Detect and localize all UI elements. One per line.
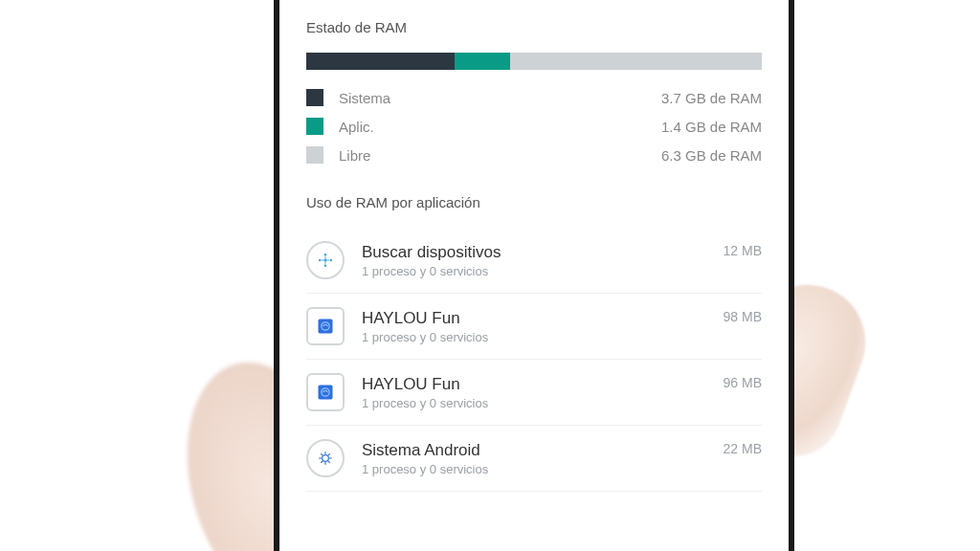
svg-rect-9	[319, 320, 333, 334]
app-name: HAYLOU Fun	[362, 375, 724, 394]
app-sub: 1 proceso y 0 servicios	[362, 396, 724, 410]
legend-value-system: 3.7 GB de RAM	[661, 90, 762, 106]
svg-rect-11	[319, 386, 333, 400]
app-size: 12 MB	[724, 241, 762, 258]
legend-swatch-apps	[306, 118, 323, 135]
app-sub: 1 proceso y 0 servicios	[362, 330, 724, 344]
svg-point-3	[319, 259, 322, 262]
app-row-android-system[interactable]: Sistema Android 1 proceso y 0 servicios …	[306, 426, 762, 492]
ram-bar-segment-apps	[455, 53, 511, 70]
android-system-icon	[306, 439, 345, 477]
phone-frame: Estado de RAM Sistema 3.7 GB de RAM Apli…	[274, 0, 794, 551]
svg-line-19	[328, 461, 330, 463]
app-row-find-devices[interactable]: Buscar dispositivos 1 proceso y 0 servic…	[306, 228, 762, 294]
app-info: HAYLOU Fun 1 proceso y 0 servicios	[362, 375, 724, 410]
app-usage-title: Uso de RAM por aplicación	[306, 194, 762, 210]
svg-point-1	[324, 253, 327, 256]
legend-label-system: Sistema	[339, 90, 661, 106]
haylou-icon	[306, 307, 345, 345]
haylou-icon	[306, 373, 345, 411]
legend-swatch-system	[306, 89, 323, 106]
legend-label-apps: Aplic.	[339, 119, 661, 135]
svg-point-13	[323, 455, 329, 462]
svg-line-20	[321, 461, 323, 463]
legend-row-free: Libre 6.3 GB de RAM	[306, 146, 762, 164]
app-sub: 1 proceso y 0 servicios	[362, 462, 724, 476]
app-row-haylou-2[interactable]: HAYLOU Fun 1 proceso y 0 servicios 96 MB	[306, 360, 762, 426]
legend-value-free: 6.3 GB de RAM	[661, 147, 762, 164]
app-info: HAYLOU Fun 1 proceso y 0 servicios	[362, 309, 724, 344]
app-size: 96 MB	[724, 373, 762, 390]
screen-content: Estado de RAM Sistema 3.7 GB de RAM Apli…	[279, 0, 789, 492]
app-name: HAYLOU Fun	[362, 309, 724, 328]
svg-point-0	[323, 258, 326, 261]
app-name: Sistema Android	[362, 441, 724, 460]
app-name: Buscar dispositivos	[362, 243, 724, 262]
svg-line-18	[321, 453, 323, 455]
ram-usage-bar	[306, 53, 762, 70]
ram-bar-segment-free	[510, 53, 762, 70]
svg-line-21	[328, 453, 330, 455]
legend-swatch-free	[306, 146, 323, 164]
find-devices-icon	[306, 241, 345, 279]
app-row-haylou-1[interactable]: HAYLOU Fun 1 proceso y 0 servicios 98 MB	[306, 294, 762, 360]
svg-point-4	[330, 259, 333, 262]
app-size: 22 MB	[724, 439, 762, 456]
ram-legend: Sistema 3.7 GB de RAM Aplic. 1.4 GB de R…	[306, 89, 762, 164]
app-info: Buscar dispositivos 1 proceso y 0 servic…	[362, 243, 724, 278]
app-info: Sistema Android 1 proceso y 0 servicios	[362, 441, 724, 476]
legend-row-system: Sistema 3.7 GB de RAM	[306, 89, 762, 106]
app-size: 98 MB	[724, 307, 762, 324]
svg-point-2	[324, 265, 327, 268]
ram-status-title: Estado de RAM	[306, 19, 762, 35]
legend-label-free: Libre	[339, 147, 661, 164]
legend-value-apps: 1.4 GB de RAM	[661, 119, 762, 135]
app-list: Buscar dispositivos 1 proceso y 0 servic…	[306, 228, 762, 492]
app-sub: 1 proceso y 0 servicios	[362, 264, 724, 278]
ram-bar-segment-system	[306, 53, 455, 70]
legend-row-apps: Aplic. 1.4 GB de RAM	[306, 118, 762, 135]
